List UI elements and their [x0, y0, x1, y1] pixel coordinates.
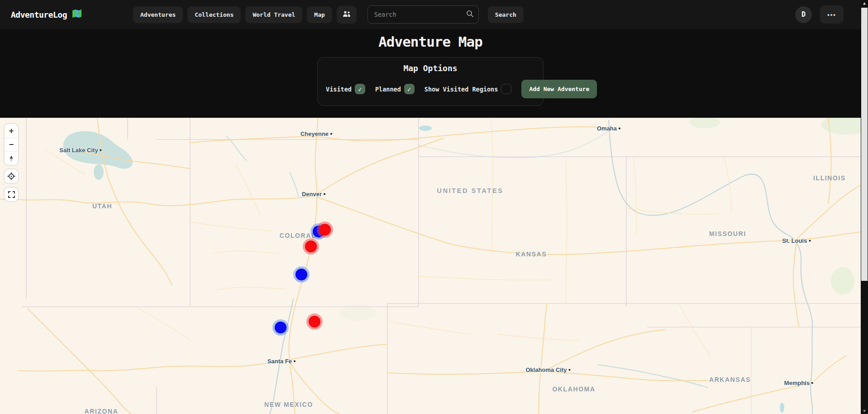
add-new-adventure-button[interactable]: Add New Adventure [521, 80, 597, 98]
visited-checkbox[interactable]: ✓ [355, 84, 365, 94]
map-options-card: Map Options Visited ✓ Planned ✓ Show Vis… [317, 57, 544, 106]
city-dot [294, 360, 296, 362]
state-label: NEW MEXICO [264, 401, 313, 408]
city-dot [100, 149, 102, 151]
city-label: Omaha [597, 125, 620, 132]
city-label: Memphis [784, 380, 813, 386]
navbar-right: D ••• [795, 5, 850, 24]
search-field-wrap [367, 5, 479, 24]
avatar[interactable]: D [795, 6, 812, 23]
app-name: AdventureLog [11, 10, 67, 19]
city-label: St. Louis [782, 237, 811, 244]
hero-section: Adventure Map Map Options Visited ✓ Plan… [0, 29, 861, 118]
blue-adventure-marker[interactable] [296, 269, 307, 280]
visited-label: Visited [326, 86, 352, 93]
search-icon [466, 10, 474, 19]
fullscreen-control-group [5, 188, 18, 201]
zoom-in-button[interactable]: + [5, 124, 18, 138]
map-canvas[interactable]: Salt Lake CityCheyenneDenverOmahaSt. Lou… [0, 118, 861, 414]
show-regions-toggle: Show Visited Regions [424, 84, 512, 94]
main-nav: Adventures Collections World Travel Map … [133, 5, 524, 24]
map-controls: + − ▲▼ [5, 124, 18, 201]
app-logo[interactable]: AdventureLog [11, 8, 82, 21]
show-regions-checkbox[interactable] [501, 84, 511, 94]
locate-control-group [5, 169, 18, 183]
page-title: Adventure Map [0, 34, 861, 50]
state-label: ILLINOIS [813, 174, 846, 182]
city-label: Salt Lake City [59, 147, 101, 154]
nav-map-button[interactable]: Map [307, 6, 332, 23]
state-label: KANSAS [516, 250, 547, 258]
nav-world-travel-button[interactable]: World Travel [245, 6, 302, 23]
map-logo-icon [72, 8, 82, 21]
scrollbar-down-arrow[interactable]: ▼ [861, 409, 868, 413]
fullscreen-icon [8, 191, 15, 198]
planned-checkbox[interactable]: ✓ [404, 84, 415, 94]
red-adventure-marker[interactable] [305, 241, 317, 252]
locate-button[interactable] [5, 169, 18, 183]
search-button[interactable]: Search [488, 6, 524, 23]
planned-toggle: Planned ✓ [375, 84, 415, 94]
visited-toggle: Visited ✓ [326, 84, 365, 94]
city-dot [811, 382, 813, 384]
locate-icon [7, 172, 15, 180]
city-dot [330, 133, 332, 135]
compass-icon: ▲▼ [9, 155, 14, 162]
city-label: Oklahoma City [525, 366, 570, 373]
map-base-layer [0, 118, 861, 414]
state-label: MISSOURI [709, 230, 746, 237]
compass-button[interactable]: ▲▼ [5, 151, 18, 165]
users-button[interactable] [337, 6, 357, 24]
blue-adventure-marker[interactable] [275, 322, 286, 333]
state-label: OKLAHOMA [552, 385, 595, 393]
city-dot [619, 127, 620, 129]
nav-adventures-button[interactable]: Adventures [133, 6, 183, 23]
nav-collections-button[interactable]: Collections [187, 6, 241, 23]
zoom-out-button[interactable]: − [5, 138, 18, 151]
more-menu-button[interactable]: ••• [820, 5, 844, 24]
search-input[interactable] [367, 5, 479, 24]
planned-label: Planned [375, 86, 401, 93]
city-label: Denver [302, 191, 325, 197]
city-dot [569, 369, 571, 371]
country-label: UNITED STATES [437, 187, 504, 194]
red-adventure-marker[interactable] [319, 224, 331, 236]
fullscreen-button[interactable] [5, 188, 18, 201]
city-label: Cheyenne [300, 130, 332, 137]
city-dot [809, 240, 811, 241]
city-label: Santa Fe [267, 358, 296, 365]
show-regions-label: Show Visited Regions [424, 86, 498, 93]
window-scrollbar[interactable]: ▲ ▼ [861, 0, 868, 414]
navbar: AdventureLog Adventures Collections Worl… [0, 0, 861, 29]
scrollbar-up-arrow[interactable]: ▲ [861, 1, 868, 5]
red-adventure-marker[interactable] [309, 316, 320, 327]
scrollbar-thumb[interactable] [861, 8, 868, 281]
map-options-heading: Map Options [326, 63, 535, 73]
city-dot [324, 193, 325, 195]
state-label: ARKANSAS [709, 376, 751, 383]
users-icon [343, 11, 351, 19]
state-label: UTAH [92, 202, 112, 210]
zoom-control-group: + − ▲▼ [5, 124, 18, 165]
state-label: ARIZONA [85, 408, 119, 414]
map-options-row: Visited ✓ Planned ✓ Show Visited Regions… [326, 80, 535, 98]
